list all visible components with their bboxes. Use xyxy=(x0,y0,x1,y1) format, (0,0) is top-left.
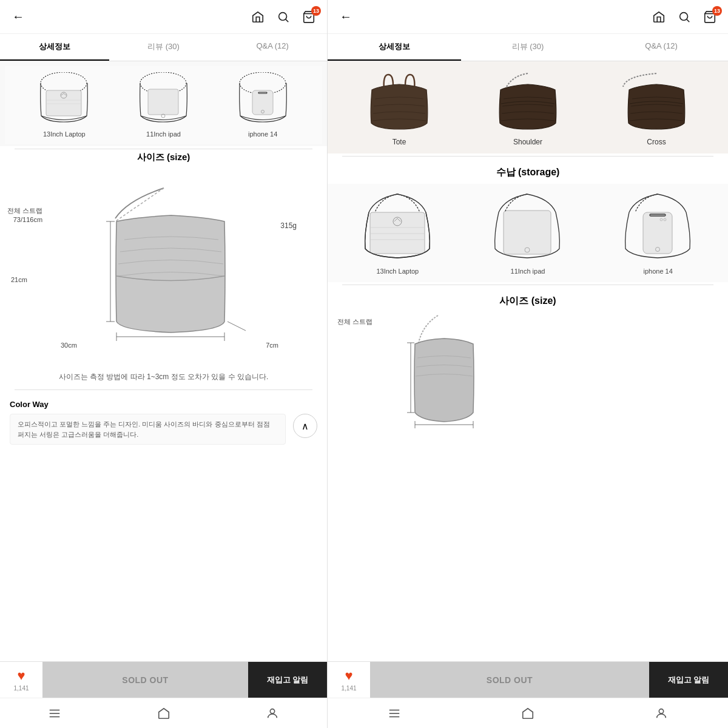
home-icon[interactable] xyxy=(249,8,266,25)
svg-line-28 xyxy=(687,19,689,22)
cart-icon[interactable]: 13 xyxy=(300,8,317,25)
right-tab-detail[interactable]: 상세정보 xyxy=(328,34,461,61)
heart-button[interactable]: ♥ 1,141 xyxy=(0,668,42,692)
search-icon[interactable] xyxy=(275,8,292,25)
depth-dim: 7cm xyxy=(266,342,278,349)
right-heart-button[interactable]: ♥ 1,141 xyxy=(328,668,370,692)
right-tab-qna[interactable]: Q&A (12) xyxy=(595,34,728,61)
ipad-label: 11Inch ipad xyxy=(146,130,181,138)
svg-rect-14 xyxy=(258,92,267,93)
left-header: ← 13 xyxy=(0,0,327,34)
sold-out-button: SOLD OUT xyxy=(42,662,248,698)
style-shoulder: Shoulder xyxy=(466,69,590,146)
nav-home[interactable] xyxy=(109,698,218,728)
right-bottom-bar: ♥ 1,141 SOLD OUT 재입고 알림 xyxy=(328,661,728,698)
svg-point-26 xyxy=(271,709,275,713)
right-laptop-svg xyxy=(351,191,445,264)
right-ipad-svg xyxy=(480,191,575,264)
heart-count: 1,141 xyxy=(13,685,29,692)
right-divider2 xyxy=(342,285,713,285)
right-cart-icon[interactable]: 13 xyxy=(701,8,718,25)
divider1 xyxy=(15,149,312,149)
colorway-title: Color Way xyxy=(10,400,317,409)
expand-button[interactable]: ∧ xyxy=(293,414,317,438)
strap-dim: 전체 스트랩 73/116cm xyxy=(7,206,42,225)
right-sold-out-button: SOLD OUT xyxy=(370,662,649,698)
right-laptop-label: 13Inch Laptop xyxy=(376,268,419,275)
laptop-label: 13Inch Laptop xyxy=(43,130,86,138)
size-bag-svg xyxy=(67,182,261,358)
right-divider1 xyxy=(342,156,713,157)
left-bottom-bar: ♥ 1,141 SOLD OUT 재입고 알림 xyxy=(0,661,327,698)
right-ipad-label: 11Inch ipad xyxy=(511,268,545,275)
divider2 xyxy=(15,389,312,390)
right-bottom-nav xyxy=(328,698,728,728)
weight-dim: 315g xyxy=(280,221,297,230)
storage-item-iphone: iphone 14 xyxy=(228,72,298,138)
svg-line-22 xyxy=(228,322,246,331)
left-tabs: 상세정보 리뷰 (30) Q&A (12) xyxy=(0,34,327,61)
right-header: ← 13 xyxy=(328,0,728,34)
right-iphone-label: iphone 14 xyxy=(643,268,672,275)
right-panel: ← 13 xyxy=(328,0,728,728)
right-home-icon[interactable] xyxy=(650,8,667,25)
tab-qna[interactable]: Q&A (12) xyxy=(218,34,327,61)
right-notify-button[interactable]: 재입고 알림 xyxy=(649,662,728,698)
storage-item-laptop: 13Inch Laptop xyxy=(29,72,99,138)
right-iphone-svg xyxy=(611,191,705,264)
right-content: Tote Shoulder xyxy=(328,61,728,661)
back-button[interactable]: ← xyxy=(10,8,27,25)
right-storage-iphone: iphone 14 xyxy=(611,191,705,275)
left-content: 13Inch Laptop 11Inch ipad xyxy=(0,61,327,661)
nav-profile[interactable] xyxy=(218,698,327,728)
svg-rect-39 xyxy=(650,214,666,216)
right-storage-items: 13Inch Laptop 11Inch ipad xyxy=(328,184,728,282)
cross-label: Cross xyxy=(647,138,666,146)
right-nav-profile[interactable] xyxy=(595,698,728,728)
right-size-bag-svg xyxy=(377,312,499,434)
tote-bag-svg xyxy=(357,69,442,135)
style-tote: Tote xyxy=(337,69,461,146)
tab-detail[interactable]: 상세정보 xyxy=(0,34,109,61)
storage-items: 13Inch Laptop 11Inch ipad xyxy=(5,66,322,144)
svg-rect-12 xyxy=(252,90,273,115)
shoulder-bag-svg xyxy=(485,69,570,135)
right-heart-icon: ♥ xyxy=(345,668,352,684)
right-size-diagram: 전체 스트랩 xyxy=(328,312,728,434)
right-nav-home[interactable] xyxy=(461,698,595,728)
cross-bag-svg xyxy=(614,69,699,135)
nav-menu[interactable] xyxy=(0,698,109,728)
left-panel: ← 13 xyxy=(0,0,328,728)
tote-label: Tote xyxy=(393,138,406,146)
svg-line-1 xyxy=(286,19,288,22)
heart-icon: ♥ xyxy=(17,668,25,684)
right-header-icons: 13 xyxy=(650,8,718,25)
right-storage-ipad: 11Inch ipad xyxy=(480,191,575,275)
height-dim: 21cm xyxy=(11,276,27,283)
notify-button[interactable]: 재입고 알림 xyxy=(248,662,327,698)
tab-review[interactable]: 리뷰 (30) xyxy=(109,34,218,61)
header-icons: 13 xyxy=(249,8,317,25)
right-nav-menu[interactable] xyxy=(328,698,461,728)
right-cart-badge: 13 xyxy=(712,6,722,16)
size-title-left: 사이즈 (size) xyxy=(0,152,327,163)
colorway-row: 오피스적이고 포멀한 느낌을 주는 디자인. 미디움 사이즈의 바디와 중심으로… xyxy=(10,414,317,445)
right-storage-laptop: 13Inch Laptop xyxy=(351,191,445,275)
right-search-icon[interactable] xyxy=(676,8,693,25)
svg-point-0 xyxy=(279,12,287,20)
right-heart-count: 1,141 xyxy=(341,685,356,692)
styles-row: Tote Shoulder xyxy=(328,61,728,153)
storage-item-ipad: 11Inch ipad xyxy=(129,72,198,138)
shoulder-label: Shoulder xyxy=(513,138,542,146)
svg-rect-9 xyxy=(148,89,178,115)
right-back-button[interactable]: ← xyxy=(337,8,354,25)
style-cross: Cross xyxy=(595,69,718,146)
colorway-section: Color Way 오피스적이고 포멀한 느낌을 주는 디자인. 미디움 사이즈… xyxy=(0,393,327,452)
cart-badge: 13 xyxy=(311,6,321,16)
svg-point-27 xyxy=(680,12,688,20)
svg-point-51 xyxy=(659,709,663,713)
size-diagram: 전체 스트랩 73/116cm 21cm 315g 30cm 7cm xyxy=(0,173,327,367)
right-tab-review[interactable]: 리뷰 (30) xyxy=(461,34,595,61)
width-dim: 30cm xyxy=(61,342,77,349)
left-bottom-nav xyxy=(0,698,327,728)
